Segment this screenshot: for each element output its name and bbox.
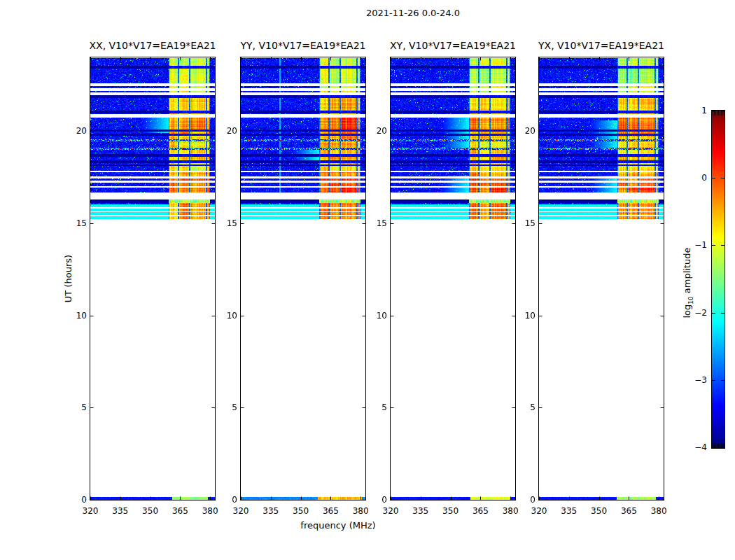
- colorbar: [711, 110, 725, 449]
- y-tick-label: 15: [510, 218, 536, 229]
- y-tick-label: 5: [62, 402, 87, 413]
- x-axis-label: frequency (MHz): [300, 520, 375, 531]
- y-tick-label: 0: [362, 494, 387, 505]
- panel-title-yx: YX, V10*V17=EA19*EA21: [538, 40, 664, 51]
- spectrogram-panel-yx: [538, 57, 664, 500]
- x-tick-label: 380: [503, 505, 519, 517]
- y-tick-label: 15: [212, 218, 237, 229]
- figure-title: 2021-11-26 0.0-24.0: [366, 8, 460, 18]
- x-tick-label: 350: [442, 505, 458, 517]
- x-tick-label: 335: [561, 505, 577, 517]
- x-tick-label: 335: [412, 505, 428, 517]
- spectrogram-panel-yy: [240, 57, 366, 500]
- x-tick-label: 380: [353, 505, 369, 517]
- spectrogram-panel-xx: [90, 57, 216, 500]
- x-tick-label: 380: [202, 505, 218, 517]
- x-tick-label: 365: [172, 505, 188, 517]
- y-tick-label: 5: [510, 402, 536, 413]
- y-tick-label: 5: [212, 402, 237, 413]
- x-tick-label: 380: [651, 505, 667, 517]
- x-tick-label: 320: [531, 505, 547, 517]
- spectrogram-panel-xy: [390, 57, 516, 500]
- colorbar-tick-label: −3: [683, 374, 707, 386]
- x-tick-label: 350: [142, 505, 158, 517]
- y-tick-label: 15: [62, 218, 87, 229]
- x-tick-label: 335: [262, 505, 279, 517]
- y-tick-label: 0: [212, 494, 237, 505]
- y-tick-label: 10: [212, 310, 237, 321]
- y-tick-label: 10: [362, 310, 387, 321]
- y-tick-label: 20: [212, 125, 237, 136]
- x-tick-label: 320: [233, 505, 249, 517]
- y-tick-label: 15: [362, 218, 387, 229]
- y-tick-label: 10: [62, 310, 87, 321]
- x-tick-label: 320: [383, 505, 399, 517]
- colorbar-tick-label: −1: [683, 239, 707, 251]
- x-tick-label: 365: [621, 505, 637, 517]
- panel-title-xx: XX, V10*V17=EA19*EA21: [89, 40, 216, 51]
- y-tick-label: 20: [510, 125, 536, 136]
- y-tick-label: 5: [362, 402, 387, 413]
- dynamic-spectrum-figure: 2021-11-26 0.0-24.0 XX, V10*V17=EA19*EA2…: [0, 0, 735, 560]
- x-tick-label: 365: [472, 505, 489, 517]
- y-tick-label: 0: [62, 494, 87, 505]
- y-tick-label: 0: [510, 494, 536, 505]
- panel-title-xy: XY, V10*V17=EA19*EA21: [390, 40, 516, 51]
- y-tick-label: 20: [62, 125, 87, 136]
- colorbar-tick-label: −4: [683, 442, 707, 453]
- panel-title-yy: YY, V10*V17=EA19*EA21: [241, 40, 366, 51]
- colorbar-tick-label: 0: [683, 172, 707, 183]
- colorbar-tick-label: 1: [683, 105, 707, 116]
- y-axis-label: UT (hours): [63, 255, 74, 302]
- y-tick-label: 10: [510, 310, 536, 321]
- colorbar-tick-label: −2: [683, 307, 707, 318]
- x-tick-label: 365: [323, 505, 339, 517]
- y-tick-label: 20: [362, 125, 387, 136]
- x-tick-label: 335: [112, 505, 128, 517]
- x-tick-label: 320: [83, 505, 99, 517]
- x-tick-label: 350: [293, 505, 309, 517]
- x-tick-label: 350: [591, 505, 607, 517]
